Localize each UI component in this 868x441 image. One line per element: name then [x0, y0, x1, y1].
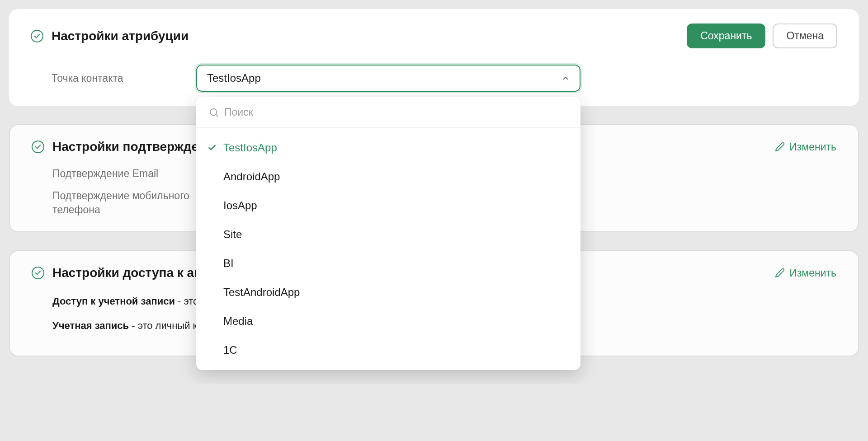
dropdown-option-label: IosApp: [223, 199, 257, 212]
access-title: Настройки доступа к акк: [52, 266, 207, 280]
check-circle-icon: [32, 267, 44, 279]
access-edit-label: Изменить: [789, 267, 836, 279]
contact-point-select-wrap: TestIosApp TestIosAppAndroidAppIosAppSit…: [196, 65, 580, 92]
confirmation-title: Настройки подтвержден: [52, 140, 206, 154]
attribution-header: Настройки атрибуции Сохранить Отмена: [31, 23, 837, 48]
dropdown-option-label: TestAndroidApp: [223, 286, 300, 299]
check-circle-icon: [31, 30, 43, 42]
save-button[interactable]: Сохранить: [687, 23, 765, 48]
dropdown-option[interactable]: BI: [196, 249, 580, 278]
search-icon: [209, 108, 219, 117]
confirmation-item-phone: Подтверждение мобильного телефона: [52, 189, 197, 217]
check-circle-icon: [32, 141, 44, 153]
contact-point-select[interactable]: TestIosApp: [196, 65, 580, 92]
pencil-icon: [775, 268, 785, 278]
confirmation-edit-button[interactable]: Изменить: [775, 141, 836, 153]
dropdown-option[interactable]: Media: [196, 307, 580, 336]
access-edit-button[interactable]: Изменить: [775, 267, 836, 279]
contact-point-value: TestIosApp: [207, 72, 261, 84]
confirmation-title-group: Настройки подтвержден: [32, 140, 206, 154]
dropdown-option-label: BI: [223, 257, 234, 270]
dropdown-option[interactable]: 1C: [196, 336, 580, 365]
dropdown-option[interactable]: Site: [196, 220, 580, 249]
check-icon: [207, 143, 217, 152]
attribution-title: Настройки атрибуции: [52, 29, 189, 43]
contact-point-dropdown: TestIosAppAndroidAppIosAppSiteBITestAndr…: [196, 97, 580, 370]
attribution-title-group: Настройки атрибуции: [31, 29, 189, 43]
confirmation-edit-label: Изменить: [789, 141, 836, 153]
contact-point-label: Точка контакта: [52, 72, 178, 84]
access-desc2-strong: Учетная запись: [52, 320, 129, 331]
dropdown-option[interactable]: AndroidApp: [196, 162, 580, 191]
dropdown-option-label: 1C: [223, 344, 237, 357]
cancel-button[interactable]: Отмена: [773, 23, 837, 48]
dropdown-option[interactable]: IosApp: [196, 191, 580, 220]
dropdown-search-input[interactable]: [224, 106, 568, 118]
dropdown-list[interactable]: TestIosAppAndroidAppIosAppSiteBITestAndr…: [196, 128, 580, 370]
attribution-settings-card: Настройки атрибуции Сохранить Отмена Точ…: [9, 9, 859, 106]
contact-point-row: Точка контакта TestIosApp TestIosAppAndr…: [31, 65, 837, 92]
svg-line-1: [216, 114, 217, 116]
attribution-actions: Сохранить Отмена: [687, 23, 837, 48]
confirmation-item-email: Подтверждение Email: [52, 167, 197, 181]
access-title-group: Настройки доступа к акк: [32, 266, 207, 280]
dropdown-option-label: AndroidApp: [223, 170, 280, 183]
dropdown-option[interactable]: TestAndroidApp: [196, 278, 580, 307]
access-desc1-strong: Доступ к учетной записи: [52, 296, 175, 307]
dropdown-option-label: TestIosApp: [223, 141, 277, 154]
pencil-icon: [775, 142, 785, 152]
chevron-up-icon: [561, 74, 570, 82]
dropdown-option-label: Site: [223, 228, 242, 241]
dropdown-option-label: Media: [223, 315, 253, 328]
dropdown-search: [196, 97, 580, 128]
dropdown-option[interactable]: TestIosApp: [196, 133, 580, 162]
